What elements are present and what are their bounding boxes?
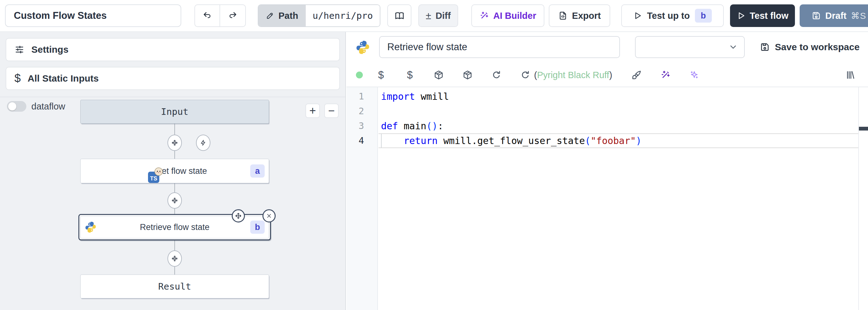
refresh-icon xyxy=(520,70,530,80)
top-toolbar: Path u/henri/pro ± Diff AI Builder Expor… xyxy=(0,0,868,32)
node-result[interactable]: Result xyxy=(80,275,269,299)
chevron-down-icon xyxy=(728,43,738,52)
insert-resource-button[interactable]: $ xyxy=(404,69,416,81)
test-up-to-button[interactable]: Test up to b xyxy=(621,4,724,27)
code-content[interactable]: import wmill def main(): return wmill.ge… xyxy=(378,87,858,310)
cursor-position-mark xyxy=(859,127,868,131)
insert-step-button-3[interactable] xyxy=(167,250,182,267)
zoom-out-button[interactable]: − xyxy=(324,104,339,118)
magic-wand-icon xyxy=(660,70,671,80)
plus-icon xyxy=(171,255,179,262)
save-to-workspace-label: Save to workspace xyxy=(775,42,860,52)
book-icon xyxy=(395,11,405,21)
settings-row[interactable]: Settings xyxy=(6,38,340,61)
test-flow-button[interactable]: Test flow xyxy=(730,4,795,27)
insert-step-button-2[interactable] xyxy=(167,192,182,209)
node-set-flow-state-label: Set flow state xyxy=(156,166,207,176)
path-label-segment: Path xyxy=(258,5,306,26)
node-input-label: Input xyxy=(161,106,188,117)
library-button[interactable] xyxy=(844,69,857,81)
library-icon xyxy=(845,70,856,80)
path-button[interactable]: Path u/henri/pro xyxy=(258,4,380,27)
brush-icon xyxy=(631,70,642,80)
code-line-2 xyxy=(381,104,858,119)
plus-icon xyxy=(171,139,179,146)
package-icon xyxy=(433,69,444,80)
code-line-3: def main(): xyxy=(381,119,858,133)
editor-toolbar: $ $ (Pyright Black Ruff) xyxy=(346,63,868,87)
flow-sidebar: Settings $ All Static Inputs dataflow In… xyxy=(0,32,346,310)
move-node-button[interactable] xyxy=(232,209,245,222)
plus-icon xyxy=(171,197,179,204)
arrows-move-icon xyxy=(235,213,242,219)
editor-gutter: 1 2 3 4 xyxy=(346,87,378,310)
docs-button[interactable] xyxy=(387,4,411,27)
path-label: Path xyxy=(278,11,298,21)
flow-name-input[interactable] xyxy=(5,4,181,27)
settings-label: Settings xyxy=(31,44,68,55)
editor-overview-ruler[interactable] xyxy=(858,87,868,310)
node-input[interactable]: Input xyxy=(80,100,269,123)
diff-button[interactable]: ± Diff xyxy=(418,4,458,27)
ai-sparkles-button[interactable] xyxy=(688,69,701,81)
step-name-input[interactable] xyxy=(379,36,620,58)
dollar-icon: $ xyxy=(14,72,21,85)
line-number: 2 xyxy=(346,104,377,119)
step-id-badge-b: b xyxy=(250,221,265,234)
play-icon xyxy=(737,11,745,20)
settings-sliders-icon xyxy=(14,45,25,55)
all-static-inputs-label: All Static Inputs xyxy=(28,73,99,84)
undo-icon xyxy=(203,11,212,20)
redo-button[interactable] xyxy=(220,5,245,26)
ai-generate-button[interactable] xyxy=(659,69,672,81)
export-button[interactable]: Export xyxy=(549,4,610,27)
code-line-4: return wmill.get_flow_user_state("foobar… xyxy=(381,133,858,148)
sparkles-icon xyxy=(689,70,699,80)
all-static-inputs-row[interactable]: $ All Static Inputs xyxy=(6,67,340,90)
save-icon xyxy=(811,11,821,20)
undo-redo-group xyxy=(194,4,246,27)
redo-icon xyxy=(228,11,237,20)
flow-graph: dataflow Input TS Set flow state a xyxy=(0,96,345,310)
plus-minus-icon: ± xyxy=(426,10,432,22)
dollar-icon: $ xyxy=(378,69,384,81)
line-number-active: 4 xyxy=(346,133,377,148)
step-id-badge-a: a xyxy=(250,164,265,177)
code-assistants-label[interactable]: (Pyright Black Ruff) xyxy=(534,70,612,80)
reload-button-1[interactable] xyxy=(490,69,503,81)
package-button-2[interactable] xyxy=(461,69,474,81)
node-set-flow-state[interactable]: TS Set flow state a xyxy=(80,159,269,183)
step-inspector-panel: Save to workspace $ $ (Pyright Black Ruf… xyxy=(346,32,868,310)
package-button-1[interactable] xyxy=(432,69,445,81)
export-label: Export xyxy=(572,11,601,21)
path-value: u/henri/pro xyxy=(306,5,380,26)
code-editor[interactable]: 1 2 3 4 import wmill def main(): return … xyxy=(346,87,868,310)
delete-node-button[interactable] xyxy=(262,209,276,222)
bun-face-icon xyxy=(154,167,163,176)
test-up-to-label: Test up to xyxy=(647,11,689,21)
diff-label: Diff xyxy=(436,11,451,21)
worker-tag-select[interactable] xyxy=(635,36,745,58)
test-flow-label: Test flow xyxy=(750,11,789,21)
code-line-1: import wmill xyxy=(381,89,858,104)
add-trigger-button[interactable] xyxy=(196,135,210,151)
dataflow-label: dataflow xyxy=(31,101,65,112)
undo-button[interactable] xyxy=(195,5,220,26)
zoom-in-button[interactable]: + xyxy=(305,104,320,118)
refresh-icon xyxy=(491,70,501,80)
node-retrieve-flow-state-label: Retrieve flow state xyxy=(140,222,210,232)
save-to-workspace-button[interactable]: Save to workspace xyxy=(760,36,860,58)
reload-button-2[interactable] xyxy=(519,69,531,81)
ai-builder-button[interactable]: AI Builder xyxy=(471,4,545,27)
format-code-button[interactable] xyxy=(630,69,643,81)
node-result-label: Result xyxy=(158,281,191,292)
insert-step-button-1[interactable] xyxy=(167,135,182,151)
dataflow-toggle[interactable] xyxy=(7,101,26,112)
save-draft-button[interactable]: Draft ⌘S xyxy=(800,4,868,27)
play-icon xyxy=(633,11,642,20)
close-icon xyxy=(266,213,272,219)
dollar-icon: $ xyxy=(407,69,413,81)
toggle-knob xyxy=(8,102,16,110)
draft-label: Draft xyxy=(825,11,847,21)
insert-variable-button[interactable]: $ xyxy=(375,69,387,81)
